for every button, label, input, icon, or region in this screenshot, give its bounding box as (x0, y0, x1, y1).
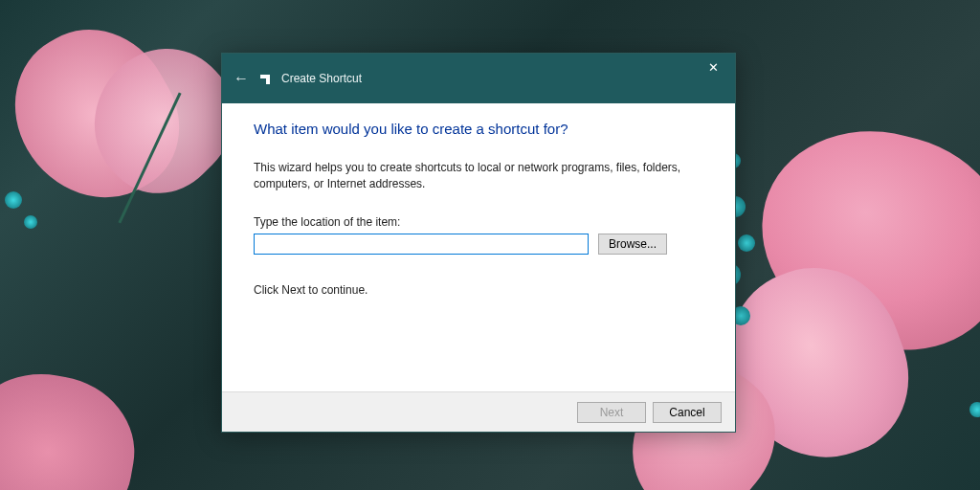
create-shortcut-dialog: ← Create Shortcut ✕ What item would you … (221, 53, 736, 433)
flower-bud (969, 402, 980, 417)
description-text: This wizard helps you to create shortcut… (254, 160, 694, 192)
shortcut-icon (260, 75, 270, 84)
location-label: Type the location of the item: (254, 215, 703, 229)
window-title: Create Shortcut (281, 72, 362, 85)
flower-petal (0, 362, 146, 490)
next-button[interactable]: Next (577, 402, 646, 423)
titlebar[interactable]: ← Create Shortcut ✕ (222, 54, 735, 103)
flower-bud (24, 215, 37, 229)
location-input[interactable] (254, 234, 589, 255)
close-button[interactable]: ✕ (692, 54, 735, 80)
browse-button[interactable]: Browse... (598, 234, 667, 255)
dialog-footer: Next Cancel (222, 391, 735, 432)
flower-bud (5, 191, 22, 209)
dialog-content: What item would you like to create a sho… (222, 103, 735, 391)
headline: What item would you like to create a sho… (254, 121, 703, 137)
continue-text: Click Next to continue. (254, 283, 703, 297)
flower-bud (738, 234, 755, 252)
close-icon: ✕ (708, 60, 719, 75)
back-arrow-icon[interactable]: ← (234, 70, 249, 87)
cancel-button[interactable]: Cancel (653, 402, 722, 423)
